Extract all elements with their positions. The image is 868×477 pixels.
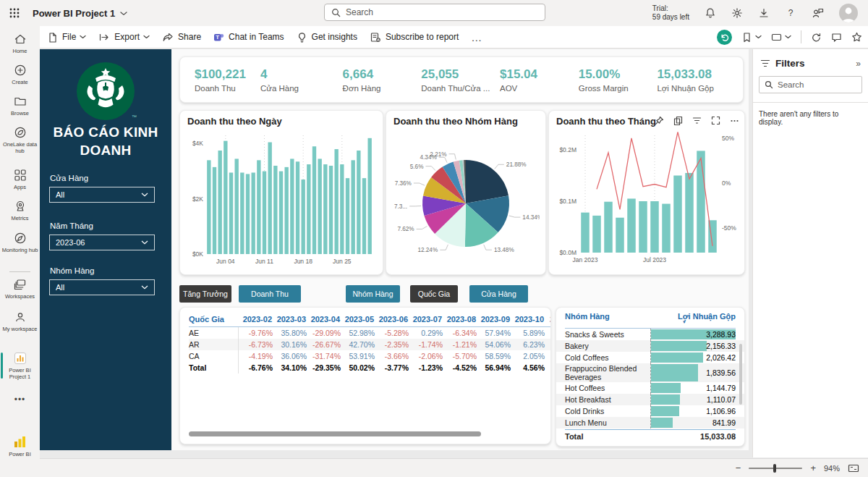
sidebar-item-home[interactable]: Home <box>0 32 40 54</box>
refresh-icon[interactable] <box>811 32 822 43</box>
table-row[interactable]: CA-4.19%36.06%-31.74%53.91%-3.66%-2.06%-… <box>189 350 551 362</box>
table-row[interactable]: Bakery2,156.33 <box>556 340 744 352</box>
global-search-input[interactable]: Search <box>324 4 545 21</box>
kpi-5[interactable]: $15.04AOV <box>500 67 579 93</box>
daily-bar-chart[interactable]: $0K$2K$4KJun 04Jun 11Jun 18Jun 25 <box>184 130 378 269</box>
kpi-3[interactable]: 6,664Đơn Hàng <box>343 67 422 93</box>
table-row[interactable]: Cold Drinks1,106.96 <box>556 405 744 417</box>
notifications-icon[interactable] <box>705 7 716 19</box>
column-header-profit[interactable]: Lợi Nhuận Gộp <box>678 312 736 328</box>
category-pie-chart-card[interactable]: Doanh thu theo Nhóm Hàng 21.88%14.34%13.… <box>386 110 546 275</box>
column-header-group[interactable]: Nhóm Hàng <box>565 312 610 328</box>
status-bar: − + 94% <box>40 458 868 477</box>
monthly-combo-chart[interactable]: $0.0M$0.1M$0.2M50%0%-50%Jan 2023Jul 2023 <box>553 130 740 269</box>
table-row[interactable]: Total-6.76%34.10%-29.35%50.02%-3.77%-1.2… <box>189 362 551 373</box>
revenue-toggle-button[interactable]: Doanh Thu <box>239 285 301 303</box>
get-insights-button[interactable]: Get insights <box>297 32 357 43</box>
comment-icon[interactable] <box>831 32 842 43</box>
export-menu[interactable]: Export <box>98 32 150 43</box>
profit-table-card[interactable]: Nhóm Hàng Lợi Nhuận Gộp ▼ Snacks & Sweet… <box>556 307 745 447</box>
table-row[interactable]: Lunch Menu841.99 <box>556 417 744 429</box>
app-title-label: Power BI Project 1 <box>33 8 115 19</box>
onelake-icon <box>13 125 27 140</box>
zoom-slider-handle[interactable] <box>773 464 776 473</box>
monthly-revenue-chart-card[interactable]: Doanh thu theo Tháng $0.0M$0.1M$0.2M50%0… <box>548 110 745 275</box>
table-row[interactable]: Frappuccino Blended Beverages1,839.56 <box>556 363 744 382</box>
sidebar-item-onelake[interactable]: OneLake data hub <box>0 125 40 154</box>
sidebar-item-power-bi-project[interactable]: Power BI Project 1 <box>0 351 40 380</box>
kpi-4[interactable]: 25,055Doanh Thu/Cửa ... <box>421 67 500 93</box>
group-dropdown[interactable]: All <box>49 279 155 295</box>
bookmarks-menu[interactable] <box>741 32 762 43</box>
sidebar-item-my-workspace[interactable]: My workspace <box>0 310 40 332</box>
filter-icon[interactable] <box>692 116 702 125</box>
daily-revenue-chart-card[interactable]: Doanh thu theo Ngày $0K$2K$4KJun 04Jun 1… <box>179 110 383 275</box>
chat-in-teams-button[interactable]: T Chat in Teams <box>213 32 284 43</box>
group-toggle-button[interactable]: Nhóm Hàng <box>346 285 400 303</box>
sidebar-item-monitoring-hub[interactable]: Monitoring hub <box>0 231 40 253</box>
table-row[interactable]: Snacks & Sweets3,288.93 <box>556 329 744 340</box>
fit-to-page-icon[interactable] <box>848 463 859 473</box>
more-options-icon[interactable] <box>730 116 739 125</box>
kpi-1[interactable]: $100,221Doanh Thu <box>195 67 260 93</box>
filters-search-input[interactable]: Search <box>759 76 862 93</box>
table-row[interactable]: AE-9.76%35.80%-29.09%52.98%-5.28%0.29%-6… <box>189 327 551 339</box>
data-bar-cell: 1,110.07 <box>650 394 736 405</box>
download-icon[interactable] <box>758 7 770 19</box>
table-cell: -3.77% <box>375 363 409 372</box>
sidebar-item-create[interactable]: Create <box>0 63 40 85</box>
focus-mode-icon[interactable] <box>711 116 720 125</box>
sidebar-item-workspaces[interactable]: Workspaces <box>0 277 40 300</box>
table-row[interactable]: Quốc Gia2023-022023-032023-042023-052023… <box>189 312 551 327</box>
feedback-icon[interactable] <box>812 7 824 19</box>
share-button[interactable]: Share <box>162 32 201 43</box>
toolbar-more-button[interactable]: … <box>471 31 482 43</box>
favorite-star-icon[interactable] <box>851 32 862 43</box>
waffle-menu-icon[interactable] <box>9 8 20 18</box>
table-row[interactable]: Cold Coffees2,026.42 <box>556 352 744 363</box>
table-cell: -26.67% <box>307 340 341 349</box>
chevron-down-icon <box>143 34 150 40</box>
table-row[interactable]: Hot Coffees1,144.79 <box>556 382 744 394</box>
country-toggle-button[interactable]: Quốc Gia <box>410 285 458 303</box>
kpi-value: 6,664 <box>343 67 422 82</box>
app-title[interactable]: Power BI Project 1 <box>33 8 127 19</box>
store-toggle-button[interactable]: Cửa Hàng <box>469 285 528 303</box>
reset-default-button[interactable] <box>717 30 732 45</box>
store-dropdown[interactable]: All <box>49 187 155 203</box>
rail-more-button[interactable]: ••• <box>0 397 40 403</box>
kpi-6[interactable]: 15.00%Gross Margin <box>579 67 658 93</box>
copy-icon[interactable] <box>673 116 683 125</box>
avatar[interactable] <box>839 4 858 22</box>
table-cell: Quốc Gia <box>189 312 238 326</box>
sidebar-item-apps[interactable]: Apps <box>0 168 40 190</box>
month-dropdown[interactable]: 2023-06 <box>49 235 155 250</box>
table-cell: AE <box>189 327 239 339</box>
help-icon[interactable]: ? <box>785 7 796 19</box>
growth-table-card[interactable]: Quốc Gia2023-022023-032023-042023-052023… <box>179 307 551 444</box>
zoom-in-button[interactable]: + <box>810 465 816 472</box>
sidebar-item-metrics[interactable]: Metrics <box>0 199 40 221</box>
zoom-slider[interactable] <box>749 468 802 469</box>
sidebar-item-browse[interactable]: Browse <box>0 94 40 117</box>
table-row[interactable]: Hot Breakfast1,110.07 <box>556 394 744 405</box>
growth-toggle-button[interactable]: Tăng Trưởng <box>179 285 231 303</box>
settings-gear-icon[interactable] <box>731 7 743 19</box>
table-row[interactable]: AR-6.73%30.16%-26.67%42.70%-2.35%-1.74%-… <box>189 339 551 350</box>
pin-icon[interactable] <box>655 116 664 125</box>
subscribe-button[interactable]: Subscribe to report <box>370 32 459 43</box>
collapse-pane-button[interactable]: » <box>856 59 861 69</box>
category-pie-chart[interactable]: 21.88%14.34%13.48%12.24%7.62%7.3...7.36%… <box>392 131 540 269</box>
zoom-out-button[interactable]: − <box>736 465 741 472</box>
toolbar-divider <box>801 30 801 43</box>
view-menu[interactable] <box>771 32 791 43</box>
table-cell: 34.10% <box>273 363 307 372</box>
kpi-7[interactable]: 15,033.08Lợi Nhuận Gộp <box>657 67 743 93</box>
report-sidebar: ™ BÁO CÁO KINH DOANH Cửa Hàng All Năm Th… <box>40 49 171 450</box>
horizontal-scrollbar[interactable] <box>189 431 481 436</box>
vertical-scrollbar[interactable] <box>739 344 742 405</box>
value-label: 1,839.56 <box>706 368 736 377</box>
growth-table: Quốc Gia2023-022023-032023-042023-052023… <box>189 312 551 373</box>
file-menu[interactable]: File <box>47 32 86 43</box>
kpi-2[interactable]: 4Cửa Hàng <box>260 67 343 93</box>
